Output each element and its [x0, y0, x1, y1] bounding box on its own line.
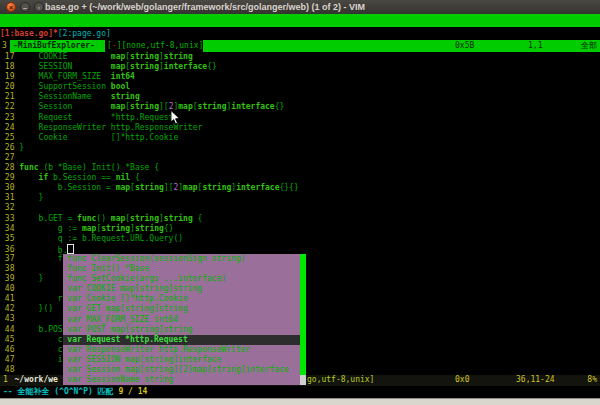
status-file-path: ~/work/we: [15, 375, 58, 386]
minibufexplorer-list: [1:base.go]*[2:page.go]: [0, 27, 600, 40]
code-line[interactable]: 29 if b.Session == nil {: [0, 173, 600, 183]
code-line[interactable]: 30 b.Session = map[string][2]map[string]…: [0, 183, 600, 193]
line-number: 25: [0, 133, 19, 143]
code-line[interactable]: 20 SupportSession bool: [0, 82, 600, 92]
minibuf-char-hex: 0x5B: [455, 40, 474, 52]
completion-item[interactable]: var Request *http.Request: [63, 335, 300, 345]
code-line[interactable]: 19 MAX_FORM_SIZE int64: [0, 72, 600, 82]
buffer-tab-base-go[interactable]: [1:base.go]*: [0, 29, 58, 38]
buffer-tab-page-go[interactable]: [2:page.go]: [58, 29, 111, 38]
completion-item[interactable]: func SetCookie(args ...interface): [63, 274, 300, 284]
status-char-hex: 0x0: [455, 375, 469, 386]
status-file-info: go,utf-8,unix]: [307, 375, 374, 386]
line-number: 35: [0, 234, 19, 244]
line-number: 42: [0, 304, 19, 314]
line-number: 28: [0, 163, 19, 173]
line-number: 18: [0, 62, 19, 72]
minibuf-title: -MiniBufExplorer-: [10, 40, 105, 52]
popup-scrollbar-track[interactable]: [300, 375, 306, 385]
window-bottom-border: [0, 398, 600, 405]
line-number: 39: [0, 274, 19, 284]
line-number: 26: [0, 143, 19, 153]
mouse-pointer-icon: [170, 110, 181, 129]
code-line[interactable]: 21 SessionName string: [0, 92, 600, 102]
completion-item[interactable]: func Init() *Base: [63, 264, 300, 274]
code-line[interactable]: 17 COOKIE map[string]string: [0, 52, 600, 62]
vim-command-line: -- 全能补全 (^O^N^P) 匹配 9 / 14: [0, 386, 600, 398]
code-line[interactable]: 26}: [0, 143, 600, 153]
code-line[interactable]: 18 SESSION map[string]interface{}: [0, 62, 600, 72]
code-line[interactable]: 27: [0, 153, 600, 163]
line-number: 30: [0, 183, 19, 193]
completion-item[interactable]: var ResponseWriter http.ResponseWriter: [63, 345, 300, 355]
line-number: 40: [0, 284, 19, 294]
minimize-icon[interactable]: –: [20, 2, 30, 12]
completion-item[interactable]: var Cookie []*http.Cookie: [63, 294, 300, 304]
line-number: 19: [0, 72, 19, 82]
line-number: 29: [0, 173, 19, 183]
window-title: base.go + (~/work/web/golanger/framework…: [45, 0, 365, 14]
line-number: 33: [0, 214, 19, 224]
line-number: 44: [0, 325, 19, 335]
line-number: 23: [0, 113, 19, 123]
titlebar[interactable]: × – ▫ base.go + (~/work/web/golanger/fra…: [0, 0, 600, 15]
popup-scrollbar-thumb[interactable]: [300, 254, 306, 375]
line-number: 45: [0, 335, 19, 345]
line-number: 21: [0, 92, 19, 102]
status-buffer-number: 1: [3, 375, 8, 386]
minibuf-cursor-pos: 1,1: [528, 40, 542, 52]
line-number: 20: [0, 82, 19, 92]
code-line[interactable]: 24 ResponseWriter http.ResponseWriter: [0, 123, 600, 133]
status-scroll-pos: 8%: [587, 375, 597, 386]
completion-item[interactable]: func ClearSession(sessionSign string): [63, 254, 300, 264]
minibuf-buffer-number: 3: [2, 40, 7, 52]
line-number: 43: [0, 314, 19, 324]
completion-popup: func ClearSession(sessionSign string) fu…: [63, 254, 306, 385]
code-line[interactable]: 34 g := map[string]string{}: [0, 224, 600, 234]
completion-match-count: 9 / 14: [118, 387, 147, 396]
status-cursor-pos: 36,11-24: [516, 375, 555, 386]
line-number: 34: [0, 224, 19, 234]
code-line[interactable]: 35 q := b.Request.URL.Query(): [0, 234, 600, 244]
code-line[interactable]: 22 Session map[string][2]map[string]inte…: [0, 102, 600, 112]
completion-item[interactable]: var COOKIE map[string]string: [63, 284, 300, 294]
code-line[interactable]: 23 Request *http.Request: [0, 113, 600, 123]
text-cursor: [67, 244, 73, 254]
line-number: 27: [0, 153, 19, 163]
code-line[interactable]: 36 b.: [0, 244, 600, 254]
line-number: 46: [0, 345, 19, 355]
completion-item[interactable]: var SessionName string: [63, 375, 300, 385]
code-line[interactable]: 25 Cookie []*http.Cookie: [0, 133, 600, 143]
code-line[interactable]: 31 }: [0, 193, 600, 203]
minibuf-scroll-pos: 全部: [581, 40, 597, 52]
vim-window: × – ▫ base.go + (~/work/web/golanger/fra…: [0, 0, 600, 405]
completion-item[interactable]: var POST map[string]string: [63, 325, 300, 335]
completion-item[interactable]: var Session map[string][2]map[string]int…: [63, 365, 300, 375]
completion-mode-message: -- 全能补全 (^O^N^P) 匹配: [0, 387, 118, 396]
line-number: 31: [0, 193, 19, 203]
code-line[interactable]: 28func (b *Base) Init() *Base {: [0, 163, 600, 173]
close-icon[interactable]: ×: [6, 2, 16, 12]
minibuf-statusline: 3 -MiniBufExplorer- [-][none,utf-8,unix]…: [0, 40, 600, 52]
code-line[interactable]: 33 b.GET = func() map[string]string {: [0, 214, 600, 224]
maximize-icon[interactable]: ▫: [34, 2, 44, 12]
code-line[interactable]: 32: [0, 203, 600, 213]
line-number: 32: [0, 203, 19, 213]
line-number: 38: [0, 264, 19, 274]
line-number: 41: [0, 294, 19, 304]
line-number: 48: [0, 365, 19, 375]
line-number: 47: [0, 355, 19, 365]
completion-item[interactable]: var MAX_FORM_SIZE int64: [63, 315, 300, 325]
completion-item[interactable]: var SESSION map[string]interface: [63, 355, 300, 365]
line-number: 22: [0, 102, 19, 112]
vim-tabline[interactable]: 2+ base.go: [0, 14, 600, 27]
line-number: 17: [0, 52, 19, 62]
minibuf-file-flags: [-][none,utf-8,unix]: [107, 40, 203, 52]
line-number: 24: [0, 123, 19, 133]
minibuf-statusline-fill: 0x5B 1,1 全部: [203, 40, 600, 52]
completion-item[interactable]: var GET map[string]string: [63, 304, 300, 314]
line-number: 37: [0, 254, 19, 264]
